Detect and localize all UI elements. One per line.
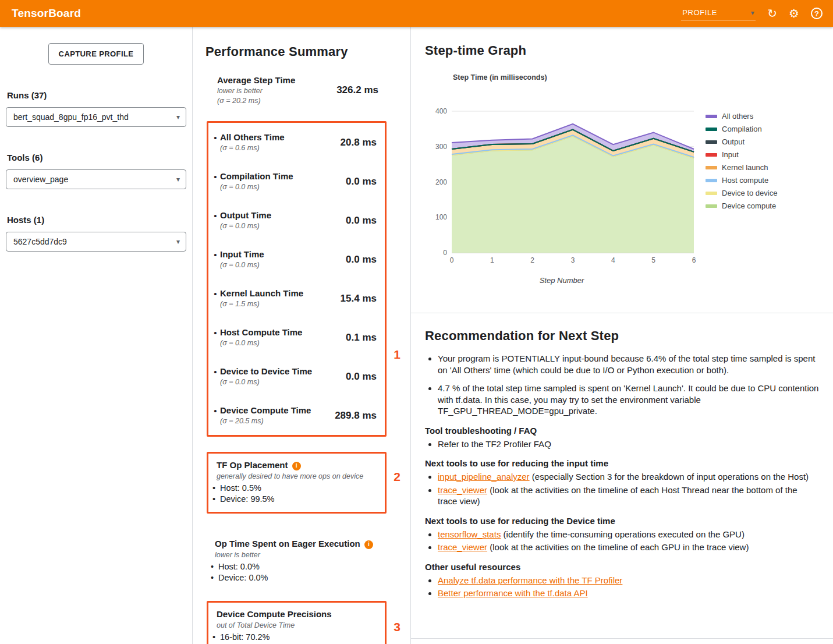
legend-label: Host compute [722, 176, 768, 185]
recommendation-list: input_pipeline_analyzer (especially Sect… [425, 471, 819, 507]
average-step-time-row: Average Step Time lower is better (σ = 2… [207, 75, 387, 106]
device-compute-precisions-block: Device Compute Precisions out of Total D… [208, 603, 385, 644]
legend-label: Compilation [722, 125, 762, 133]
sidebar: CAPTURE PROFILE Runs (37) bert_squad_8gp… [0, 27, 193, 644]
recommendation-section: Recommendation for Next Step Your progra… [411, 313, 833, 639]
recommendation-bullet: Analyze tf.data performance with the TF … [438, 575, 819, 586]
app-header: TensorBoard PROFILE ▾ ↻ ⚙ ? [0, 0, 833, 27]
legend-item: Device compute [706, 201, 777, 210]
chevron-down-icon: ▾ [176, 175, 180, 183]
recommendation-bullet: trace_viewer (look at the activities on … [438, 542, 819, 553]
recommendation-list: Your program is POTENTIALLY input-bound … [425, 353, 819, 417]
svg-text:1: 1 [490, 256, 494, 264]
annotation-box-3: Device Compute Precisions out of Total D… [207, 601, 387, 644]
legend-swatch-icon [706, 166, 717, 169]
svg-text:5: 5 [651, 256, 655, 264]
bullet-icon: • [211, 210, 220, 221]
annotation-box-2: TF Op Placementi generally desired to ha… [207, 452, 387, 514]
svg-text:4: 4 [611, 256, 615, 264]
legend-item: Compilation [706, 125, 777, 133]
hosts-dropdown[interactable]: 5627c5dd7dc9 ▾ [6, 232, 186, 252]
block-subtitle: lower is better [209, 550, 378, 560]
legend-label: Device to device [722, 189, 777, 197]
recommendation-link[interactable]: Better performance with the tf.data API [438, 588, 588, 598]
legend-swatch-icon [706, 115, 717, 118]
recommendation-list: Analyze tf.data performance with the TF … [425, 575, 819, 599]
metric-sigma: (σ = 20.2 ms) [217, 96, 336, 106]
legend-label: Kernel launch [722, 163, 768, 172]
bullet-icon: • [211, 288, 220, 299]
recommendation-bullet: Your program is POTENTIALLY input-bound … [438, 353, 819, 376]
recommendation-bullet: Refer to the TF2 Profiler FAQ [438, 438, 819, 450]
annotation-box-1: •All Others Time(σ = 0.6 ms)20.8 ms•Comp… [207, 121, 387, 437]
annotation-number-2: 2 [394, 470, 400, 484]
reload-icon[interactable]: ↻ [767, 8, 777, 19]
help-icon[interactable]: ? [811, 8, 823, 19]
metric-row: •Output Time(σ = 0.0 ms)0.0 ms [208, 201, 385, 240]
metric-value: 0.0 ms [346, 176, 377, 187]
x-axis-label: Step Number [425, 276, 699, 285]
recommendation-bullet: 4.7 % of the total step time sampled is … [438, 383, 819, 417]
metric-title: Compilation Time [220, 171, 346, 182]
gear-icon[interactable]: ⚙ [789, 8, 799, 19]
capture-profile-button[interactable]: CAPTURE PROFILE [48, 43, 144, 65]
info-icon[interactable]: i [292, 462, 301, 470]
performance-summary-title: Performance Summary [205, 44, 410, 59]
recommendation-section-heading: Next tools to use for reducing the Devic… [425, 516, 819, 526]
legend-swatch-icon [706, 179, 717, 182]
metric-value: 0.0 ms [346, 254, 377, 266]
recommendation-link[interactable]: trace_viewer [438, 485, 487, 495]
svg-text:3: 3 [571, 256, 575, 264]
recommendation-bullet: trace_viewer (look at the activities on … [438, 484, 819, 507]
recommendation-bullet: tensorflow_stats (identify the time-cons… [438, 529, 819, 540]
block-subtitle: generally desired to have more ops on de… [211, 472, 377, 482]
block-subtitle: out of Total Device Time [211, 621, 377, 631]
step-time-graph-section: Step-time Graph Step Time (in millisecon… [411, 27, 833, 313]
chevron-down-icon: ▾ [176, 238, 180, 246]
svg-text:0: 0 [450, 256, 454, 264]
block-title: TF Op Placementi [211, 459, 377, 471]
recommendation-section-heading: Tool troubleshooting / FAQ [425, 426, 819, 436]
legend-swatch-icon [706, 128, 717, 131]
metric-row: •Device Compute Time(σ = 20.5 ms)289.8 m… [208, 396, 385, 435]
runs-dropdown-value: bert_squad_8gpu_fp16_pvt_thd [13, 112, 129, 122]
metric-title: Device to Device Time [220, 366, 346, 377]
bullet-icon: • [211, 405, 220, 416]
recommendation-link[interactable]: tensorflow_stats [438, 529, 501, 539]
hosts-dropdown-value: 5627c5dd7dc9 [13, 237, 67, 246]
recommendation-link[interactable]: Analyze tf.data performance with the TF … [438, 575, 622, 585]
legend-swatch-icon [706, 192, 717, 195]
recommendation-list: tensorflow_stats (identify the time-cons… [425, 529, 819, 553]
metric-row: •Device to Device Time(σ = 0.0 ms)0.0 ms [208, 357, 385, 396]
legend-item: Host compute [706, 176, 777, 185]
annotation-number-1: 1 [394, 348, 400, 362]
legend-label: Device compute [722, 201, 776, 210]
tools-dropdown[interactable]: overview_page ▾ [6, 169, 186, 189]
metric-value: 15.4 ms [341, 293, 377, 305]
metric-value: 0.1 ms [346, 332, 377, 344]
legend-item: Input [706, 150, 777, 159]
recommendation-bullet: Better performance with the tf.data API [438, 588, 819, 599]
metric-row: •Input Time(σ = 0.0 ms)0.0 ms [208, 240, 385, 279]
metric-title: Device Compute Time [220, 405, 335, 416]
metric-sigma: (σ = 1.5 ms) [220, 299, 341, 309]
svg-text:2: 2 [530, 256, 534, 264]
metric-title: All Others Time [220, 132, 341, 143]
recommendation-link[interactable]: input_pipeline_analyzer [438, 472, 530, 482]
right-column: Step-time Graph Step Time (in millisecon… [411, 27, 833, 644]
stat-list: 16-bit: 70.2%32-bit: 29.8% [211, 632, 377, 644]
svg-text:100: 100 [435, 213, 447, 221]
legend-item: Device to device [706, 189, 777, 197]
annotation-number-3: 3 [394, 620, 400, 634]
recommendation-link[interactable]: trace_viewer [438, 542, 487, 552]
svg-text:0: 0 [443, 249, 447, 257]
legend-item: All others [706, 112, 777, 121]
metric-value: 326.2 ms [336, 84, 378, 96]
metric-row: •Host Compute Time(σ = 0.0 ms)0.1 ms [208, 318, 385, 357]
info-icon[interactable]: i [364, 540, 373, 549]
recommendation-content: Your program is POTENTIALLY input-bound … [425, 353, 819, 599]
bullet-icon: • [211, 249, 220, 260]
runs-dropdown[interactable]: bert_squad_8gpu_fp16_pvt_thd ▾ [6, 107, 186, 127]
stat-item: Host: 0.5% [211, 483, 377, 494]
dashboard-selector[interactable]: PROFILE ▾ [681, 6, 756, 20]
